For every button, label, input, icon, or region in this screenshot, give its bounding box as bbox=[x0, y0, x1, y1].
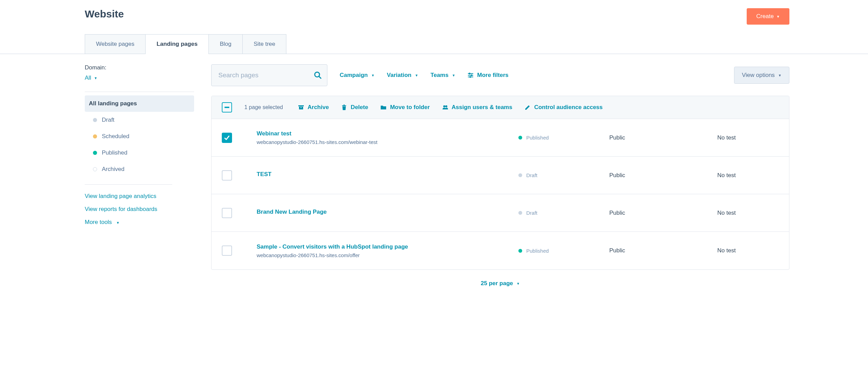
per-page-label: 25 per page bbox=[481, 280, 513, 287]
svg-point-7 bbox=[470, 77, 471, 78]
row-checkbox[interactable] bbox=[222, 245, 232, 256]
assign-action[interactable]: Assign users & teams bbox=[442, 104, 513, 111]
audience-action[interactable]: Control audience access bbox=[525, 104, 602, 111]
more-tools-link[interactable]: More tools ▼ bbox=[85, 219, 194, 226]
svg-rect-10 bbox=[300, 107, 302, 108]
domain-value: All bbox=[85, 75, 91, 81]
status-cell: Published bbox=[518, 248, 597, 254]
table-row: Brand New Landing PageDraftPublicNo test bbox=[212, 194, 789, 232]
selection-toolbar: 1 page selected Archive Delete Move to f… bbox=[212, 96, 789, 119]
svg-rect-9 bbox=[299, 107, 303, 109]
view-dashboards-link[interactable]: View reports for dashboards bbox=[85, 206, 194, 213]
divider bbox=[85, 92, 194, 92]
selection-count: 1 page selected bbox=[244, 104, 283, 110]
main-content: Campaign ▼ Variation ▼ Teams ▼ bbox=[211, 64, 789, 297]
per-page-selector[interactable]: 25 per page ▼ bbox=[481, 280, 520, 287]
teams-filter[interactable]: Teams ▼ bbox=[431, 72, 456, 79]
visibility-cell: Public bbox=[609, 210, 705, 216]
campaign-filter[interactable]: Campaign ▼ bbox=[340, 72, 375, 79]
assign-label: Assign users & teams bbox=[452, 104, 513, 111]
status-filter-list: All landing pagesDraftScheduledPublished… bbox=[85, 95, 194, 177]
test-cell: No test bbox=[717, 210, 779, 216]
caret-down-icon: ▼ bbox=[516, 282, 520, 286]
svg-rect-8 bbox=[298, 105, 304, 106]
tab-site-tree[interactable]: Site tree bbox=[242, 34, 286, 54]
row-checkbox[interactable] bbox=[222, 170, 232, 181]
sidebar-item-label: Scheduled bbox=[102, 133, 129, 140]
sidebar-item-draft[interactable]: Draft bbox=[85, 112, 194, 128]
caret-down-icon: ▼ bbox=[116, 221, 120, 225]
create-button[interactable]: Create ▼ bbox=[747, 8, 789, 25]
test-cell: No test bbox=[717, 172, 779, 179]
variation-filter[interactable]: Variation ▼ bbox=[387, 72, 418, 79]
svg-point-13 bbox=[443, 105, 445, 107]
audience-label: Control audience access bbox=[534, 104, 602, 111]
row-checkbox[interactable] bbox=[222, 133, 232, 143]
view-options-button[interactable]: View options ▼ bbox=[734, 67, 789, 84]
page-url: webcanopystudio-2660751.hs-sites.com/off… bbox=[257, 252, 506, 258]
trash-icon bbox=[341, 104, 347, 110]
tab-website-pages[interactable]: Website pages bbox=[85, 34, 146, 54]
tab-blog[interactable]: Blog bbox=[208, 34, 243, 54]
minus-icon bbox=[225, 107, 229, 108]
variation-label: Variation bbox=[387, 72, 411, 79]
domain-label: Domain: bbox=[85, 64, 194, 71]
status-text: Published bbox=[526, 248, 549, 254]
page-name-link[interactable]: Sample - Convert visitors with a HubSpot… bbox=[257, 243, 506, 250]
row-checkbox[interactable] bbox=[222, 208, 232, 218]
more-filters-label: More filters bbox=[477, 72, 508, 79]
page-name-link[interactable]: Webinar test bbox=[257, 130, 506, 137]
pagination: 25 per page ▼ bbox=[211, 270, 789, 297]
page-name-link[interactable]: Brand New Landing Page bbox=[257, 209, 506, 215]
table-row: Sample - Convert visitors with a HubSpot… bbox=[212, 232, 789, 269]
scheduled-status-icon bbox=[93, 134, 97, 138]
published-status-icon bbox=[93, 151, 97, 155]
divider bbox=[85, 184, 172, 185]
pencil-icon bbox=[525, 104, 531, 110]
sidebar-item-label: Draft bbox=[102, 117, 114, 123]
sidebar-item-scheduled[interactable]: Scheduled bbox=[85, 128, 194, 145]
view-analytics-link[interactable]: View landing page analytics bbox=[85, 193, 194, 200]
svg-rect-11 bbox=[342, 105, 346, 106]
more-filters-button[interactable]: More filters bbox=[467, 72, 508, 79]
search-wrapper bbox=[211, 64, 327, 86]
page-name-link[interactable]: TEST bbox=[257, 171, 506, 178]
visibility-cell: Public bbox=[609, 172, 705, 179]
published-status-icon bbox=[518, 136, 522, 140]
view-options-label: View options bbox=[742, 72, 775, 79]
caret-down-icon: ▼ bbox=[778, 74, 782, 77]
sidebar: Domain: All ▼ All landing pagesDraftSche… bbox=[85, 64, 194, 232]
move-action[interactable]: Move to folder bbox=[380, 104, 430, 111]
caret-down-icon: ▼ bbox=[415, 74, 418, 77]
more-tools-label: More tools bbox=[85, 219, 112, 225]
status-text: Draft bbox=[526, 172, 538, 178]
sidebar-item-published[interactable]: Published bbox=[85, 145, 194, 161]
archived-status-icon bbox=[93, 167, 97, 171]
archive-label: Archive bbox=[308, 104, 329, 111]
tab-landing-pages[interactable]: Landing pages bbox=[145, 34, 209, 54]
sidebar-item-label: Archived bbox=[102, 166, 124, 173]
draft-status-icon bbox=[518, 211, 522, 215]
svg-point-14 bbox=[445, 105, 447, 107]
domain-selector[interactable]: All ▼ bbox=[85, 75, 97, 81]
status-text: Published bbox=[526, 135, 549, 141]
svg-rect-12 bbox=[343, 105, 345, 105]
status-cell: Draft bbox=[518, 172, 597, 178]
folder-icon bbox=[380, 104, 386, 110]
delete-action[interactable]: Delete bbox=[341, 104, 368, 111]
caret-down-icon: ▼ bbox=[94, 76, 97, 80]
users-icon bbox=[442, 104, 448, 110]
test-cell: No test bbox=[717, 247, 779, 254]
page-title: Website bbox=[85, 8, 124, 20]
search-input[interactable] bbox=[211, 64, 327, 86]
sidebar-item-archived[interactable]: Archived bbox=[85, 161, 194, 177]
sidebar-item-all[interactable]: All landing pages bbox=[85, 95, 194, 112]
tabs: Website pagesLanding pagesBlogSite tree bbox=[0, 34, 868, 54]
caret-down-icon: ▼ bbox=[452, 74, 455, 77]
published-status-icon bbox=[518, 249, 522, 253]
toolbar: Campaign ▼ Variation ▼ Teams ▼ bbox=[211, 64, 789, 86]
archive-action[interactable]: Archive bbox=[298, 104, 329, 111]
select-all-checkbox[interactable] bbox=[222, 102, 232, 112]
pages-table: 1 page selected Archive Delete Move to f… bbox=[211, 96, 789, 270]
search-icon[interactable] bbox=[314, 71, 322, 79]
